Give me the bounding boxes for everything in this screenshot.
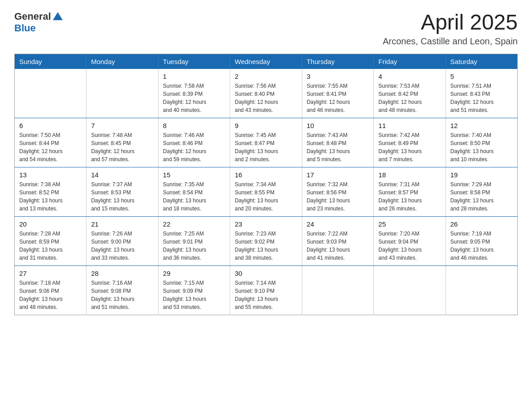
weekday-header-saturday: Saturday [446,54,517,69]
calendar-cell: 20Sunrise: 7:28 AM Sunset: 8:59 PM Dayli… [15,216,86,265]
day-info: Sunrise: 7:50 AM Sunset: 8:44 PM Dayligh… [19,131,82,163]
day-info: Sunrise: 7:56 AM Sunset: 8:40 PM Dayligh… [235,82,297,114]
day-info: Sunrise: 7:32 AM Sunset: 8:56 PM Dayligh… [307,180,369,213]
calendar-cell: 9Sunrise: 7:45 AM Sunset: 8:47 PM Daylig… [230,118,302,167]
day-number: 29 [163,270,225,277]
day-info: Sunrise: 7:53 AM Sunset: 8:42 PM Dayligh… [378,82,441,114]
calendar-cell: 26Sunrise: 7:19 AM Sunset: 9:05 PM Dayli… [446,216,517,265]
calendar-cell [86,69,158,118]
logo-blue-text: Blue [14,22,36,34]
weekday-header-tuesday: Tuesday [158,54,230,69]
calendar-cell: 1Sunrise: 7:58 AM Sunset: 8:39 PM Daylig… [158,69,230,118]
day-info: Sunrise: 7:15 AM Sunset: 9:09 PM Dayligh… [163,279,225,311]
day-info: Sunrise: 7:46 AM Sunset: 8:46 PM Dayligh… [163,131,225,163]
day-info: Sunrise: 7:35 AM Sunset: 8:54 PM Dayligh… [163,180,225,213]
calendar-cell: 17Sunrise: 7:32 AM Sunset: 8:56 PM Dayli… [302,167,373,216]
calendar-cell: 14Sunrise: 7:37 AM Sunset: 8:53 PM Dayli… [86,167,158,216]
day-number: 18 [378,171,441,179]
weekday-header-wednesday: Wednesday [230,54,302,69]
weekday-header-thursday: Thursday [302,54,373,69]
calendar-cell [446,265,517,315]
day-info: Sunrise: 7:42 AM Sunset: 8:49 PM Dayligh… [378,131,441,163]
calendar-cell: 8Sunrise: 7:46 AM Sunset: 8:46 PM Daylig… [158,118,230,167]
day-number: 24 [307,220,369,228]
day-info: Sunrise: 7:48 AM Sunset: 8:45 PM Dayligh… [91,131,153,163]
weekday-header-friday: Friday [374,54,446,69]
logo: General Blue [14,11,63,34]
calendar-cell: 2Sunrise: 7:56 AM Sunset: 8:40 PM Daylig… [230,69,302,118]
calendar-cell: 6Sunrise: 7:50 AM Sunset: 8:44 PM Daylig… [15,118,86,167]
calendar-week-row: 6Sunrise: 7:50 AM Sunset: 8:44 PM Daylig… [15,118,518,167]
calendar-cell: 30Sunrise: 7:14 AM Sunset: 9:10 PM Dayli… [230,265,302,315]
day-info: Sunrise: 7:20 AM Sunset: 9:04 PM Dayligh… [378,230,441,262]
calendar-week-row: 13Sunrise: 7:38 AM Sunset: 8:52 PM Dayli… [15,167,518,216]
day-number: 22 [163,220,225,228]
weekday-header-monday: Monday [86,54,158,69]
day-number: 16 [235,171,297,179]
day-info: Sunrise: 7:45 AM Sunset: 8:47 PM Dayligh… [235,131,297,163]
header: General Blue April 2025 Arcones, Castill… [14,11,518,47]
day-number: 7 [91,122,153,129]
calendar-cell: 18Sunrise: 7:31 AM Sunset: 8:57 PM Dayli… [374,167,446,216]
day-info: Sunrise: 7:38 AM Sunset: 8:52 PM Dayligh… [19,180,82,213]
calendar-cell: 4Sunrise: 7:53 AM Sunset: 8:42 PM Daylig… [374,69,446,118]
calendar-week-row: 20Sunrise: 7:28 AM Sunset: 8:59 PM Dayli… [15,216,518,265]
day-number: 3 [307,73,369,80]
calendar-cell: 21Sunrise: 7:26 AM Sunset: 9:00 PM Dayli… [86,216,158,265]
calendar-cell: 5Sunrise: 7:51 AM Sunset: 8:43 PM Daylig… [446,69,517,118]
day-info: Sunrise: 7:28 AM Sunset: 8:59 PM Dayligh… [19,230,82,262]
logo-triangle-icon [53,12,63,20]
day-number: 2 [235,73,297,80]
calendar-cell: 19Sunrise: 7:29 AM Sunset: 8:58 PM Dayli… [446,167,517,216]
title-area: April 2025 Arcones, Castille and Leon, S… [383,11,518,47]
calendar-cell: 7Sunrise: 7:48 AM Sunset: 8:45 PM Daylig… [86,118,158,167]
day-number: 19 [450,171,513,179]
day-info: Sunrise: 7:19 AM Sunset: 9:05 PM Dayligh… [450,230,513,262]
calendar-week-row: 27Sunrise: 7:18 AM Sunset: 9:06 PM Dayli… [15,265,518,315]
day-number: 1 [163,73,225,80]
day-number: 23 [235,220,297,228]
month-title: April 2025 [383,11,518,34]
day-number: 11 [378,122,441,129]
calendar-cell: 3Sunrise: 7:55 AM Sunset: 8:41 PM Daylig… [302,69,373,118]
calendar-cell: 23Sunrise: 7:23 AM Sunset: 9:02 PM Dayli… [230,216,302,265]
calendar-cell: 13Sunrise: 7:38 AM Sunset: 8:52 PM Dayli… [15,167,86,216]
svg-marker-0 [53,12,63,20]
calendar-cell [302,265,373,315]
calendar-cell: 22Sunrise: 7:25 AM Sunset: 9:01 PM Dayli… [158,216,230,265]
calendar-cell: 10Sunrise: 7:43 AM Sunset: 8:48 PM Dayli… [302,118,373,167]
day-number: 15 [163,171,225,179]
day-info: Sunrise: 7:37 AM Sunset: 8:53 PM Dayligh… [91,180,153,213]
day-number: 21 [91,220,153,228]
day-number: 13 [19,171,82,179]
calendar-cell: 29Sunrise: 7:15 AM Sunset: 9:09 PM Dayli… [158,265,230,315]
day-info: Sunrise: 7:43 AM Sunset: 8:48 PM Dayligh… [307,131,369,163]
weekday-header-sunday: Sunday [15,54,86,69]
calendar-table: SundayMondayTuesdayWednesdayThursdayFrid… [14,54,518,315]
day-info: Sunrise: 7:23 AM Sunset: 9:02 PM Dayligh… [235,230,297,262]
day-info: Sunrise: 7:26 AM Sunset: 9:00 PM Dayligh… [91,230,153,262]
day-info: Sunrise: 7:51 AM Sunset: 8:43 PM Dayligh… [450,82,513,114]
calendar-week-row: 1Sunrise: 7:58 AM Sunset: 8:39 PM Daylig… [15,69,518,118]
day-info: Sunrise: 7:40 AM Sunset: 8:50 PM Dayligh… [450,131,513,163]
calendar-cell: 16Sunrise: 7:34 AM Sunset: 8:55 PM Dayli… [230,167,302,216]
day-info: Sunrise: 7:25 AM Sunset: 9:01 PM Dayligh… [163,230,225,262]
calendar-cell [374,265,446,315]
day-number: 5 [450,73,513,80]
calendar-cell: 24Sunrise: 7:22 AM Sunset: 9:03 PM Dayli… [302,216,373,265]
calendar-cell: 28Sunrise: 7:16 AM Sunset: 9:08 PM Dayli… [86,265,158,315]
logo-general-text: General [14,11,51,22]
calendar-cell: 11Sunrise: 7:42 AM Sunset: 8:49 PM Dayli… [374,118,446,167]
day-number: 20 [19,220,82,228]
day-info: Sunrise: 7:31 AM Sunset: 8:57 PM Dayligh… [378,180,441,213]
day-info: Sunrise: 7:58 AM Sunset: 8:39 PM Dayligh… [163,82,225,114]
day-number: 12 [450,122,513,129]
day-number: 26 [450,220,513,228]
day-info: Sunrise: 7:14 AM Sunset: 9:10 PM Dayligh… [235,279,297,311]
day-number: 8 [163,122,225,129]
weekday-header-row: SundayMondayTuesdayWednesdayThursdayFrid… [15,54,518,69]
day-info: Sunrise: 7:55 AM Sunset: 8:41 PM Dayligh… [307,82,369,114]
day-number: 9 [235,122,297,129]
calendar-cell: 15Sunrise: 7:35 AM Sunset: 8:54 PM Dayli… [158,167,230,216]
day-number: 28 [91,270,153,277]
